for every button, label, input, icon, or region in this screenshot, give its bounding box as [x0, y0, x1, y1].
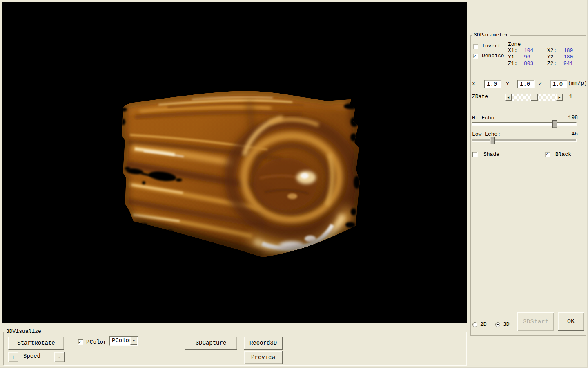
black-checkbox[interactable] — [545, 152, 550, 157]
scale-x-input[interactable] — [484, 80, 501, 88]
low-echo-track[interactable] — [472, 139, 577, 142]
pcolor-dropdown-value: PColor — [112, 337, 132, 344]
volume-render — [2, 2, 467, 323]
speed-label: Speed — [23, 353, 40, 359]
low-echo-thumb[interactable] — [490, 137, 495, 144]
zrate-right-arrow[interactable]: ► — [556, 94, 563, 101]
hi-echo-track[interactable] — [472, 122, 577, 126]
invert-checkbox[interactable] — [473, 44, 478, 49]
denoise-checkbox[interactable] — [473, 54, 478, 59]
hi-echo-slider[interactable] — [472, 120, 577, 128]
mode-2d-radio[interactable] — [472, 322, 477, 327]
render-viewport[interactable] — [2, 2, 467, 323]
preview-button[interactable]: Preview — [244, 351, 283, 364]
zone-y2-label: Y2: — [547, 54, 557, 60]
zone-z2-label: Z2: — [547, 61, 557, 67]
capture-3d-button[interactable]: 3DCapture — [185, 337, 237, 350]
zone-y1-value: 96 — [524, 54, 530, 60]
visualize-groupbox-title: 3DVisualize — [5, 329, 42, 334]
mode-3d-radio[interactable] — [495, 322, 500, 327]
zone-x1-value: 104 — [524, 48, 533, 54]
zone-z2-value: 941 — [564, 61, 573, 67]
zrate-scrollbar[interactable]: ◄ ► — [505, 94, 563, 101]
zone-z1-label: Z1: — [508, 61, 517, 67]
speed-plus-button[interactable]: + — [8, 352, 18, 362]
zrate-label: ZRate — [472, 94, 488, 100]
pcolor-dropdown-arrow-icon[interactable]: ▼ — [130, 337, 137, 345]
zone-y2-value: 180 — [564, 54, 573, 60]
hi-echo-value: 198 — [559, 115, 578, 121]
parameter-groupbox-title: 3DParameter — [472, 32, 510, 38]
zrate-left-arrow[interactable]: ◄ — [505, 94, 512, 101]
low-echo-slider[interactable] — [472, 137, 577, 144]
start-3d-button[interactable]: 3DStart — [517, 312, 554, 331]
zone-x1-label: X1: — [508, 48, 517, 54]
shade-checkbox[interactable] — [472, 152, 478, 157]
invert-label: Invert — [482, 43, 501, 49]
scale-z-label: Z: — [539, 81, 545, 87]
denoise-label: Denoise — [482, 53, 504, 59]
low-echo-value: 46 — [559, 131, 578, 137]
mode-2d-label: 2D — [480, 322, 487, 328]
scale-y-input[interactable] — [517, 80, 535, 88]
hi-echo-thumb[interactable] — [552, 120, 557, 128]
start-rotate-button[interactable]: StartRotate — [8, 337, 64, 350]
mode-3d-label: 3D — [503, 322, 510, 328]
speed-minus-button[interactable]: - — [54, 352, 65, 362]
zone-z1-value: 803 — [524, 61, 533, 67]
shade-label: Shade — [483, 152, 499, 157]
zone-x2-value: 189 — [564, 48, 573, 54]
pcolor-checkbox[interactable] — [78, 339, 83, 345]
black-label: Black — [555, 152, 571, 157]
scale-unit-label: (mm/p) — [568, 81, 587, 86]
scale-y-label: Y: — [506, 81, 512, 87]
record-3d-button[interactable]: Record3D — [244, 337, 283, 350]
zone-x2-label: X2: — [547, 48, 557, 54]
zone-label: Zone — [508, 42, 521, 47]
pcolor-dropdown[interactable]: PColor ▼ — [109, 336, 138, 346]
scale-x-label: X: — [472, 81, 479, 87]
pcolor-label: PColor — [86, 339, 107, 345]
ok-button[interactable]: OK — [558, 312, 584, 331]
zrate-value: 1 — [569, 94, 572, 100]
scale-z-input[interactable] — [550, 80, 567, 88]
zrate-thumb[interactable] — [531, 94, 538, 101]
zone-y1-label: Y1: — [508, 54, 517, 60]
